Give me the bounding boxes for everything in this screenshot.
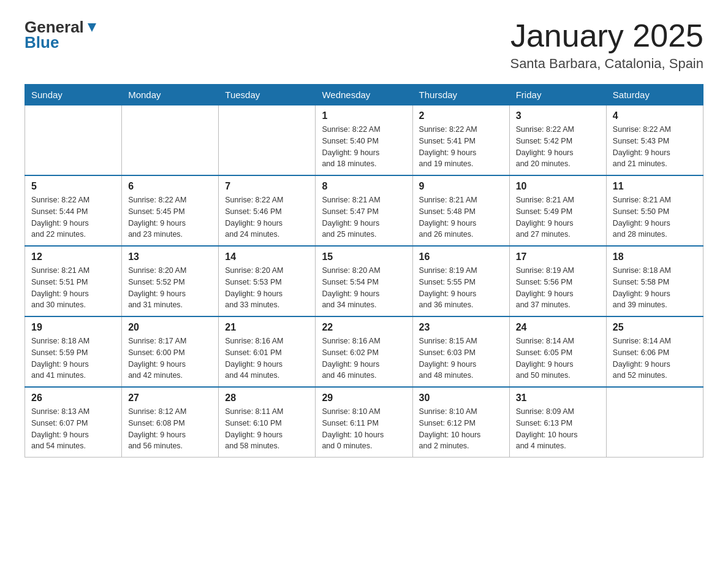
day-number: 18 [613,251,697,262]
calendar-cell: 8Sunrise: 8:21 AM Sunset: 5:47 PM Daylig… [316,175,412,246]
calendar-cell: 13Sunrise: 8:20 AM Sunset: 5:52 PM Dayli… [122,246,219,316]
day-info: Sunrise: 8:20 AM Sunset: 5:54 PM Dayligh… [322,265,406,311]
logo-blue: Blue [25,34,99,52]
day-info: Sunrise: 8:22 AM Sunset: 5:45 PM Dayligh… [128,194,212,240]
calendar-cell: 11Sunrise: 8:21 AM Sunset: 5:50 PM Dayli… [606,175,703,246]
day-number: 31 [516,393,600,404]
calendar-cell: 28Sunrise: 8:11 AM Sunset: 6:10 PM Dayli… [219,387,316,458]
svg-marker-0 [88,23,96,32]
day-number: 27 [128,393,212,404]
calendar-cell [219,105,316,176]
calendar-cell: 19Sunrise: 8:18 AM Sunset: 5:59 PM Dayli… [25,316,122,387]
calendar-cell: 20Sunrise: 8:17 AM Sunset: 6:00 PM Dayli… [122,316,219,387]
day-info: Sunrise: 8:18 AM Sunset: 5:59 PM Dayligh… [31,335,115,381]
day-number: 22 [322,322,406,333]
calendar-cell: 7Sunrise: 8:22 AM Sunset: 5:46 PM Daylig… [219,175,316,246]
logo: General Blue [25,18,99,51]
day-info: Sunrise: 8:22 AM Sunset: 5:40 PM Dayligh… [322,124,406,170]
calendar-cell: 24Sunrise: 8:14 AM Sunset: 6:05 PM Dayli… [509,316,606,387]
calendar-cell: 27Sunrise: 8:12 AM Sunset: 6:08 PM Dayli… [122,387,219,458]
calendar-cell: 10Sunrise: 8:21 AM Sunset: 5:49 PM Dayli… [509,175,606,246]
calendar-header-thursday: Thursday [412,85,509,105]
day-number: 30 [419,393,503,404]
day-info: Sunrise: 8:16 AM Sunset: 6:02 PM Dayligh… [322,335,406,381]
day-number: 11 [613,181,697,192]
day-info: Sunrise: 8:10 AM Sunset: 6:11 PM Dayligh… [322,406,406,452]
calendar-cell: 31Sunrise: 8:09 AM Sunset: 6:13 PM Dayli… [509,387,606,458]
location-title: Santa Barbara, Catalonia, Spain [510,56,703,72]
day-info: Sunrise: 8:21 AM Sunset: 5:48 PM Dayligh… [419,194,503,240]
calendar-cell: 26Sunrise: 8:13 AM Sunset: 6:07 PM Dayli… [25,387,122,458]
month-title: January 2025 [510,18,703,53]
day-number: 4 [613,110,697,121]
calendar-cell: 3Sunrise: 8:22 AM Sunset: 5:42 PM Daylig… [509,105,606,176]
calendar-cell: 18Sunrise: 8:18 AM Sunset: 5:58 PM Dayli… [606,246,703,316]
day-number: 13 [128,251,212,262]
day-number: 24 [516,322,600,333]
page-header: General Blue January 2025 Santa Barbara,… [25,18,703,72]
calendar-cell: 9Sunrise: 8:21 AM Sunset: 5:48 PM Daylig… [412,175,509,246]
day-info: Sunrise: 8:18 AM Sunset: 5:58 PM Dayligh… [613,265,697,311]
calendar-cell: 23Sunrise: 8:15 AM Sunset: 6:03 PM Dayli… [412,316,509,387]
day-number: 20 [128,322,212,333]
calendar-cell: 21Sunrise: 8:16 AM Sunset: 6:01 PM Dayli… [219,316,316,387]
day-info: Sunrise: 8:21 AM Sunset: 5:51 PM Dayligh… [31,265,115,311]
day-info: Sunrise: 8:10 AM Sunset: 6:12 PM Dayligh… [419,406,503,452]
calendar-cell [25,105,122,176]
calendar-header-wednesday: Wednesday [316,85,412,105]
day-info: Sunrise: 8:22 AM Sunset: 5:46 PM Dayligh… [225,194,309,240]
day-info: Sunrise: 8:09 AM Sunset: 6:13 PM Dayligh… [516,406,600,452]
day-info: Sunrise: 8:22 AM Sunset: 5:42 PM Dayligh… [516,124,600,170]
calendar-header-monday: Monday [122,85,219,105]
day-info: Sunrise: 8:19 AM Sunset: 5:55 PM Dayligh… [419,265,503,311]
day-info: Sunrise: 8:20 AM Sunset: 5:53 PM Dayligh… [225,265,309,311]
calendar-cell: 12Sunrise: 8:21 AM Sunset: 5:51 PM Dayli… [25,246,122,316]
day-info: Sunrise: 8:15 AM Sunset: 6:03 PM Dayligh… [419,335,503,381]
day-number: 9 [419,181,503,192]
day-number: 6 [128,181,212,192]
calendar-week-row: 5Sunrise: 8:22 AM Sunset: 5:44 PM Daylig… [25,175,703,246]
title-area: January 2025 Santa Barbara, Catalonia, S… [510,18,703,72]
day-number: 7 [225,181,309,192]
calendar-table: SundayMondayTuesdayWednesdayThursdayFrid… [25,84,703,458]
day-info: Sunrise: 8:11 AM Sunset: 6:10 PM Dayligh… [225,406,309,452]
day-info: Sunrise: 8:22 AM Sunset: 5:44 PM Dayligh… [31,194,115,240]
day-info: Sunrise: 8:14 AM Sunset: 6:05 PM Dayligh… [516,335,600,381]
calendar-header-saturday: Saturday [606,85,703,105]
calendar-cell: 4Sunrise: 8:22 AM Sunset: 5:43 PM Daylig… [606,105,703,176]
calendar-cell: 17Sunrise: 8:19 AM Sunset: 5:56 PM Dayli… [509,246,606,316]
day-number: 17 [516,251,600,262]
calendar-cell: 25Sunrise: 8:14 AM Sunset: 6:06 PM Dayli… [606,316,703,387]
calendar-week-row: 12Sunrise: 8:21 AM Sunset: 5:51 PM Dayli… [25,246,703,316]
day-number: 19 [31,322,115,333]
calendar-week-row: 1Sunrise: 8:22 AM Sunset: 5:40 PM Daylig… [25,105,703,176]
day-number: 10 [516,181,600,192]
day-info: Sunrise: 8:21 AM Sunset: 5:50 PM Dayligh… [613,194,697,240]
calendar-header-sunday: Sunday [25,85,122,105]
calendar-cell: 6Sunrise: 8:22 AM Sunset: 5:45 PM Daylig… [122,175,219,246]
day-number: 16 [419,251,503,262]
day-number: 28 [225,393,309,404]
calendar-cell: 1Sunrise: 8:22 AM Sunset: 5:40 PM Daylig… [316,105,412,176]
calendar-cell: 22Sunrise: 8:16 AM Sunset: 6:02 PM Dayli… [316,316,412,387]
calendar-cell [122,105,219,176]
day-number: 3 [516,110,600,121]
day-info: Sunrise: 8:22 AM Sunset: 5:41 PM Dayligh… [419,124,503,170]
day-number: 5 [31,181,115,192]
calendar-header-friday: Friday [509,85,606,105]
day-number: 8 [322,181,406,192]
calendar-header-row: SundayMondayTuesdayWednesdayThursdayFrid… [25,85,703,105]
day-number: 12 [31,251,115,262]
day-info: Sunrise: 8:13 AM Sunset: 6:07 PM Dayligh… [31,406,115,452]
calendar-cell: 16Sunrise: 8:19 AM Sunset: 5:55 PM Dayli… [412,246,509,316]
calendar-week-row: 26Sunrise: 8:13 AM Sunset: 6:07 PM Dayli… [25,387,703,458]
day-info: Sunrise: 8:20 AM Sunset: 5:52 PM Dayligh… [128,265,212,311]
day-info: Sunrise: 8:17 AM Sunset: 6:00 PM Dayligh… [128,335,212,381]
calendar-cell: 15Sunrise: 8:20 AM Sunset: 5:54 PM Dayli… [316,246,412,316]
day-number: 25 [613,322,697,333]
day-number: 1 [322,110,406,121]
logo-triangle-icon [85,21,99,34]
day-number: 14 [225,251,309,262]
day-info: Sunrise: 8:21 AM Sunset: 5:47 PM Dayligh… [322,194,406,240]
calendar-cell: 29Sunrise: 8:10 AM Sunset: 6:11 PM Dayli… [316,387,412,458]
